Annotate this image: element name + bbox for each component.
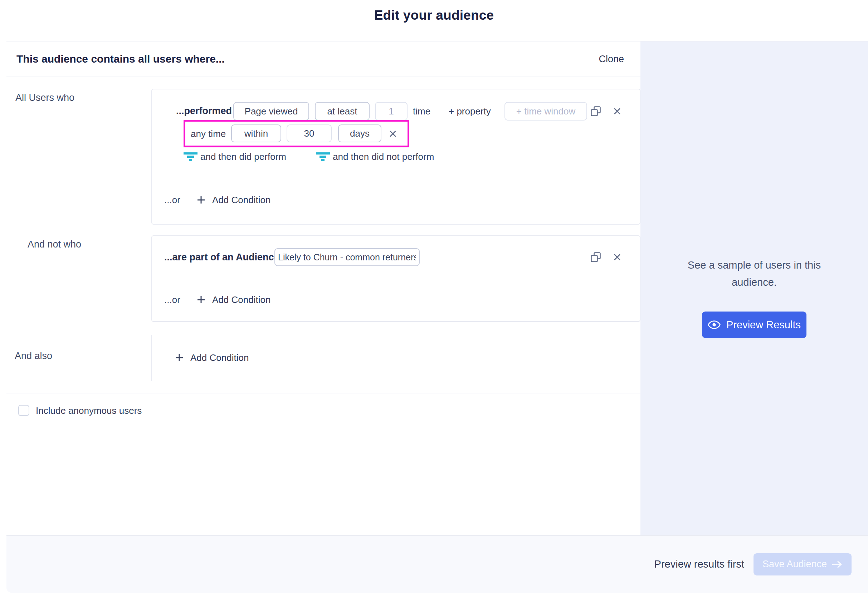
include-anonymous-label: Include anonymous users [36, 406, 142, 415]
preview-message-line1: See a sample of users in this [641, 257, 868, 274]
builder-heading: This audience contains all users where..… [16, 41, 225, 77]
plus-icon [197, 196, 205, 204]
add-condition-button[interactable]: Add Condition [197, 193, 270, 207]
options-divider [6, 393, 641, 394]
duplicate-condition-button[interactable] [591, 106, 601, 116]
operator-select-button[interactable]: at least [315, 102, 370, 121]
eye-icon [708, 320, 720, 329]
section-label-and-not-who: And not who [28, 239, 81, 250]
close-icon [390, 131, 396, 137]
modal-footer: Preview results first Save Audience [6, 535, 868, 593]
remove-time-filter-button[interactable] [390, 131, 396, 137]
preview-message: See a sample of users in this audience. [641, 257, 868, 291]
condition-builder-area: This audience contains all users where..… [6, 41, 641, 535]
count-input[interactable] [375, 102, 407, 121]
audience-editor-modal: This audience contains all users where..… [6, 41, 868, 592]
event-select-button[interactable]: Page viewed [233, 102, 309, 121]
preview-message-line2: audience. [641, 274, 868, 291]
add-condition-button-and-also[interactable]: Add Condition [175, 351, 249, 365]
time-unit-select-button[interactable]: days [338, 124, 381, 142]
funnel-icon [183, 152, 198, 161]
time-filter-highlight: any time within days [183, 120, 409, 148]
add-condition-label: Add Condition [212, 294, 270, 305]
or-label: ...or [164, 295, 180, 304]
remove-condition-button[interactable] [614, 108, 620, 114]
preview-sidebar: See a sample of users in this audience. … [641, 41, 868, 535]
then-did-perform-label: and then did perform [200, 151, 286, 162]
plus-icon [197, 296, 205, 304]
add-property-button[interactable]: + property [449, 106, 491, 116]
funnel-icon [316, 152, 330, 161]
close-icon [614, 254, 620, 260]
then-did-not-perform-link[interactable]: and then did not perform [316, 151, 434, 162]
save-audience-label: Save Audience [762, 559, 827, 570]
or-label: ...or [164, 195, 180, 205]
copy-icon [591, 106, 601, 116]
include-anonymous-checkbox[interactable] [18, 405, 30, 416]
remove-condition-button[interactable] [614, 254, 620, 260]
section-label-and-also: And also [15, 351, 52, 361]
add-condition-button[interactable]: Add Condition [197, 292, 270, 307]
preview-results-button[interactable]: Preview Results [702, 311, 806, 338]
and-also-divider-line [151, 335, 152, 381]
save-audience-button[interactable]: Save Audience [753, 553, 852, 575]
section-label-all-users: All Users who [15, 92, 74, 103]
copy-icon [591, 252, 601, 262]
builder-header: This audience contains all users where..… [6, 41, 641, 77]
preview-results-label: Preview Results [726, 319, 801, 331]
close-icon [614, 108, 620, 114]
audience-select-input[interactable] [275, 248, 420, 266]
audience-condition-card: ...are part of an Audience ...or Add Con… [151, 235, 641, 322]
then-did-not-perform-label: and then did not perform [333, 151, 434, 162]
any-time-label: any time [191, 129, 226, 139]
arrow-right-icon [832, 561, 843, 568]
audience-prefix: ...are part of an Audience [164, 252, 279, 262]
page-title: Edit your audience [0, 8, 868, 23]
within-select-button[interactable]: within [231, 124, 281, 142]
performed-condition-card: ...performed Page viewed at least time +… [151, 89, 641, 224]
time-window-input[interactable] [505, 102, 587, 121]
performed-prefix: ...performed [176, 106, 232, 116]
time-value-input[interactable] [286, 124, 332, 142]
then-did-perform-link[interactable]: and then did perform [183, 151, 286, 162]
count-suffix-label: time [413, 106, 430, 116]
preview-first-hint: Preview results first [654, 558, 744, 570]
add-condition-label: Add Condition [212, 195, 270, 206]
add-condition-label: Add Condition [190, 352, 249, 363]
clone-button[interactable]: Clone [599, 41, 624, 77]
plus-icon [175, 354, 183, 361]
duplicate-condition-button[interactable] [591, 252, 601, 262]
